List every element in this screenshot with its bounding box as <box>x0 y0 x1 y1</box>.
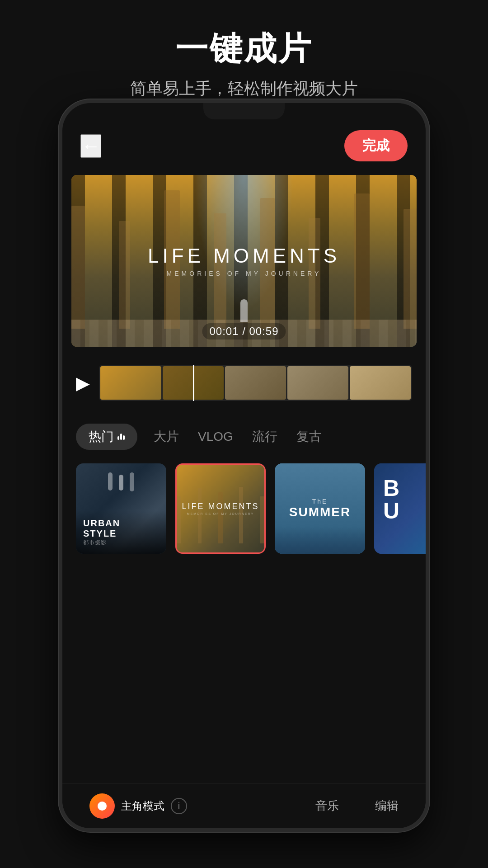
done-button[interactable]: 完成 <box>344 130 408 161</box>
templates-row: URBAN STYLE 都市摄影 <box>62 459 426 558</box>
edit-button[interactable]: 编辑 <box>375 798 399 814</box>
template-summer[interactable]: ThE SUMMER <box>275 463 365 554</box>
mode-label: 主角模式 <box>121 799 164 813</box>
page-header: 一键成片 简单易上手，轻松制作视频大片 <box>0 0 488 113</box>
summer-the: ThE <box>289 498 351 505</box>
tab-bigfilm-label: 大片 <box>154 429 179 443</box>
timeline-segment-5 <box>350 366 411 400</box>
play-button[interactable]: ▶ <box>76 373 90 393</box>
tab-popular[interactable]: 流行 <box>249 424 280 450</box>
timeline-segments <box>99 365 412 401</box>
video-preview[interactable]: LIFE MOMENTS MEMORIES OF MY JOURNERY 00:… <box>71 175 417 347</box>
tab-vlog[interactable]: VLOG <box>195 425 236 448</box>
blue-letter-u: U <box>383 500 399 522</box>
playback-area: ▶ <box>62 351 426 415</box>
bottom-bar: 主角模式 i 音乐 编辑 <box>62 783 426 828</box>
time-display: 00:01 / 00:59 <box>202 323 286 340</box>
tab-hot[interactable]: 热门 <box>76 424 137 450</box>
notch <box>203 103 285 119</box>
lm-sub: MEMORIES OF MY JOURNERY <box>182 512 259 515</box>
video-main-title: LIFE MOMENTS <box>148 245 340 267</box>
lm-main: LIFE MOMENTS <box>182 502 259 511</box>
back-button[interactable]: ← <box>80 134 101 158</box>
bottom-left: 主角模式 i <box>89 793 187 819</box>
bar-chart-icon <box>117 434 125 440</box>
urban-sub: 都市摄影 <box>83 539 159 547</box>
lifemoments-text: LIFE MOMENTS MEMORIES OF MY JOURNERY <box>182 502 259 515</box>
mode-icon[interactable] <box>89 793 115 819</box>
page-background: 一键成片 简单易上手，轻松制作视频大片 ← 完成 <box>0 0 488 868</box>
info-button[interactable]: i <box>171 798 187 814</box>
tab-retro[interactable]: 复古 <box>294 424 324 450</box>
blue-letters: B U <box>383 477 399 522</box>
urban-label: URBAN STYLE 都市摄影 <box>76 511 166 554</box>
summer-text: ThE SUMMER <box>289 498 351 519</box>
timeline-track[interactable] <box>99 365 412 401</box>
video-sub-title: MEMORIES OF MY JOURNERY <box>148 270 340 277</box>
tab-retro-label: 复古 <box>296 429 322 443</box>
timeline-segment-3 <box>225 366 286 400</box>
template-urban[interactable]: URBAN STYLE 都市摄影 <box>76 463 166 554</box>
blue-letter-b: B <box>383 477 399 500</box>
template-blue[interactable]: B U <box>374 463 426 554</box>
tab-popular-label: 流行 <box>252 429 277 443</box>
music-button[interactable]: 音乐 <box>315 798 339 814</box>
timeline-segment-4 <box>287 366 348 400</box>
tab-vlog-label: VLOG <box>198 429 233 443</box>
summer-main: SUMMER <box>289 505 351 519</box>
tab-bigfilm[interactable]: 大片 <box>151 424 182 450</box>
timeline-cursor <box>193 365 194 401</box>
timeline-segment-1 <box>100 366 161 400</box>
urban-figures <box>108 472 134 491</box>
page-subtitle: 简单易上手，轻松制作视频大片 <box>0 78 488 100</box>
urban-name: URBAN <box>83 518 159 528</box>
video-title-overlay: LIFE MOMENTS MEMORIES OF MY JOURNERY <box>148 245 340 277</box>
urban-style: STYLE <box>83 528 159 539</box>
phone-frame: ← 完成 <box>59 99 429 832</box>
bottom-center: 音乐 编辑 <box>315 798 399 814</box>
side-button-right <box>427 257 429 302</box>
template-lifemoments[interactable]: LIFE MOMENTS MEMORIES OF MY JOURNERY <box>175 463 266 554</box>
blue-bg <box>374 463 426 554</box>
side-button-left <box>59 230 61 257</box>
person-silhouette <box>240 299 248 322</box>
page-title: 一键成片 <box>0 27 488 71</box>
phone-screen: ← 完成 <box>62 103 426 828</box>
category-tabs: 热门 大片 VLOG 流行 复古 <box>62 415 426 459</box>
summer-water <box>275 527 365 554</box>
tab-hot-label: 热门 <box>89 428 114 445</box>
